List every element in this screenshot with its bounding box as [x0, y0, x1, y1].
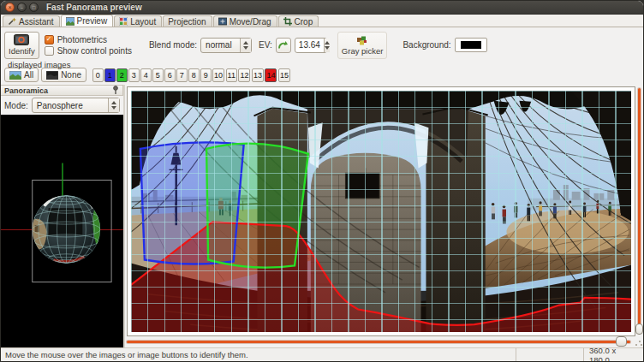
image-toggle-row: 0123456789101112131415	[92, 68, 290, 82]
image-toggle-8[interactable]: 8	[188, 68, 200, 82]
status-message: Move the mouse over the images or image …	[1, 350, 516, 359]
displayed-images-label: displayed images	[8, 60, 70, 69]
pin-icon[interactable]	[112, 86, 119, 95]
blend-mode-label: Blend mode:	[149, 40, 197, 50]
identify-label: Identify	[9, 46, 35, 56]
image-toggle-13[interactable]: 13	[252, 68, 264, 82]
checkbox-unchecked-icon	[45, 46, 54, 56]
ev-spinbox[interactable]: 13.64	[295, 38, 327, 53]
panorama-preview-canvas[interactable]	[127, 86, 635, 336]
image-toggle-7[interactable]: 7	[176, 68, 188, 82]
tab-move-drag[interactable]: Move/Drag	[213, 15, 277, 27]
displayed-images-group: displayed images All None 01234567891011…	[1, 62, 643, 85]
image-toggle-5[interactable]: 5	[152, 68, 164, 82]
image-toggle-0[interactable]: 0	[92, 68, 104, 82]
layout-grid-icon	[119, 17, 128, 26]
move-icon	[218, 17, 227, 26]
toolbar: Identify ✓ Photometrics Show control poi…	[1, 27, 643, 62]
blend-mode-select[interactable]: normal	[200, 38, 252, 53]
tab-bar: Assistant Preview Layout Projection Move…	[1, 15, 643, 27]
tab-assistant[interactable]: Assistant	[3, 15, 60, 27]
panorama-rendering	[131, 91, 631, 332]
show-all-button[interactable]: All	[4, 68, 39, 82]
tab-label: Preview	[77, 16, 108, 26]
tab-label: Move/Drag	[230, 17, 271, 27]
blend-mode-value: normal	[201, 40, 240, 50]
image-toggle-15[interactable]: 15	[278, 68, 290, 82]
background-label: Background:	[402, 40, 450, 50]
all-label: All	[24, 70, 33, 80]
yaw-slider-handle[interactable]	[616, 336, 627, 347]
yaw-slider-track	[127, 341, 630, 343]
no-images-icon	[46, 71, 58, 80]
panorama-panel: Panoramica Mode: Panosphere	[1, 85, 125, 347]
show-none-button[interactable]: None	[41, 68, 86, 82]
panorama-panel-header[interactable]: Panoramica	[1, 85, 123, 96]
photometrics-checkbox[interactable]: ✓ Photometrics	[45, 35, 132, 45]
maximize-icon: □	[33, 5, 36, 10]
tab-label: Projection	[168, 17, 206, 27]
tab-layout[interactable]: Layout	[114, 15, 162, 27]
checkbox-checked-icon: ✓	[45, 35, 54, 45]
image-toggle-11[interactable]: 11	[226, 68, 237, 82]
image-toggle-3[interactable]: 3	[128, 68, 140, 82]
identify-icon	[14, 34, 29, 45]
green-arrow-icon	[277, 40, 289, 50]
mode-label: Mode:	[4, 101, 28, 110]
background-color-swatch	[461, 41, 481, 49]
minimize-button[interactable]: −	[17, 3, 27, 12]
mode-select[interactable]: Panosphere	[32, 98, 120, 113]
pitch-slider-track	[638, 88, 641, 333]
tab-preview[interactable]: Preview	[61, 15, 114, 27]
ev-reset-button[interactable]	[276, 38, 291, 53]
panosphere-view[interactable]	[1, 115, 123, 347]
spinner-arrows-icon	[240, 39, 251, 52]
image-toggle-1[interactable]: 1	[104, 68, 116, 82]
tab-crop[interactable]: Crop	[278, 15, 319, 27]
yaw-slider[interactable]	[127, 336, 634, 347]
background-color-button[interactable]	[455, 38, 487, 52]
titlebar[interactable]: × − □ Fast Panorama preview	[1, 1, 643, 15]
fast-panorama-preview-window: × − □ Fast Panorama preview Assistant Pr…	[0, 0, 644, 362]
photometrics-label: Photometrics	[57, 35, 107, 45]
image-toggle-2[interactable]: 2	[116, 68, 128, 82]
image-icon	[66, 17, 75, 26]
spinner-arrows-icon	[324, 39, 330, 52]
show-control-points-label: Show control points	[57, 46, 132, 56]
mode-value: Panosphere	[33, 101, 108, 110]
image-toggle-6[interactable]: 6	[164, 68, 176, 82]
identify-button[interactable]: Identify	[4, 32, 39, 59]
panosphere-rendering	[1, 115, 123, 347]
ev-value: 13.64	[295, 40, 324, 50]
gray-picker-label: Gray picker	[342, 46, 384, 56]
show-control-points-checkbox[interactable]: Show control points	[45, 46, 132, 56]
pano-dimensions: 360.0 x 180.0	[583, 348, 643, 361]
panel-title: Panoramica	[4, 86, 48, 95]
image-toggle-14[interactable]: 14	[265, 68, 277, 82]
tab-projection[interactable]: Projection	[163, 15, 212, 27]
tab-label: Crop	[295, 17, 313, 27]
pitch-slider-handle[interactable]	[635, 323, 643, 335]
color-picker-icon	[356, 35, 368, 45]
crop-icon	[283, 17, 292, 26]
status-cell-empty	[516, 348, 583, 361]
maximize-button[interactable]: □	[29, 3, 39, 12]
pitch-slider[interactable]	[635, 86, 643, 336]
gray-picker-button[interactable]: Gray picker	[337, 32, 388, 59]
close-icon: ×	[8, 4, 11, 10]
wand-icon	[8, 17, 16, 26]
ev-label: EV:	[259, 40, 272, 50]
spinner-arrows-icon	[108, 98, 119, 112]
image-toggle-12[interactable]: 12	[238, 68, 250, 82]
all-images-icon	[9, 71, 21, 80]
image-toggle-4[interactable]: 4	[140, 68, 152, 82]
close-button[interactable]: ×	[5, 3, 15, 12]
minimize-icon: −	[21, 5, 24, 10]
status-bar: Move the mouse over the images or image …	[1, 347, 643, 361]
tab-label: Assistant	[19, 17, 54, 27]
tab-label: Layout	[130, 17, 156, 27]
image-toggle-10[interactable]: 10	[212, 68, 224, 82]
image-toggle-9[interactable]: 9	[200, 68, 212, 82]
none-label: None	[61, 70, 81, 80]
window-title: Fast Panorama preview	[46, 3, 142, 12]
